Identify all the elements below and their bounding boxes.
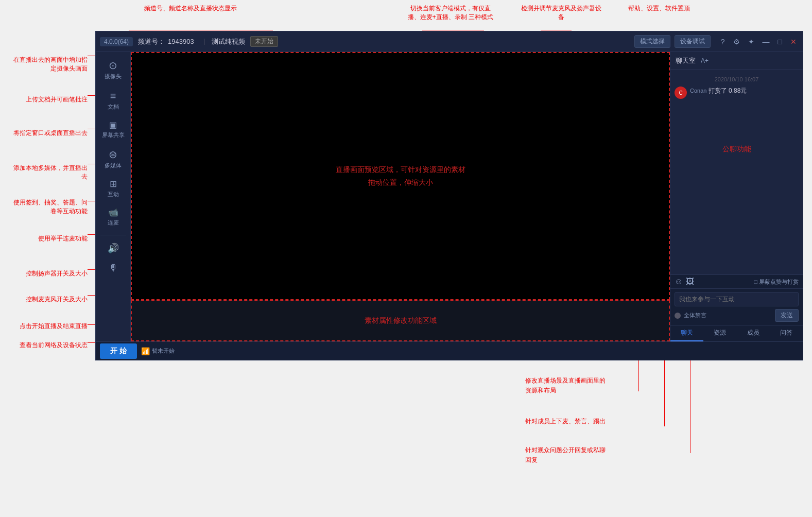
annotation-screen: 将指定窗口或桌面直播出去 bbox=[0, 129, 88, 137]
tab-qa[interactable]: 问答 bbox=[770, 325, 803, 341]
send-button[interactable]: 发送 bbox=[775, 309, 799, 322]
connect-icon: 📹 bbox=[108, 209, 118, 217]
ann-v-line-member bbox=[664, 360, 665, 421]
message-action: 打赏了 0.88元 bbox=[709, 87, 747, 94]
ann-line-member-v bbox=[664, 421, 665, 426]
chat-emoji-row: ☺ 🖼 □ 屏蔽点赞与打赏 bbox=[670, 274, 803, 288]
ann-line-qa-v bbox=[690, 448, 690, 453]
sidebar: ⊙ 摄像头 ≡ 文档 ▣ 屏幕共享 ⊛ 多媒体 ⊞ 互动 bbox=[96, 52, 131, 341]
sidebar-item-mic[interactable]: 🎙 bbox=[98, 259, 129, 277]
ann-line-scene-v bbox=[638, 386, 639, 391]
title-bar: 4.0.0(64) 频道号： 1943903 ｜ 测试纯视频 未开始 模式选择 … bbox=[96, 31, 803, 52]
camera-label: 摄像头 bbox=[105, 73, 122, 80]
tab-chat[interactable]: 聊天 bbox=[670, 325, 703, 341]
bottom-bar: 开 始 📶 暂未开始 bbox=[96, 341, 803, 360]
pin-icon[interactable]: ✦ bbox=[746, 37, 756, 47]
material-area: 素材属性修改功能区域 bbox=[131, 300, 670, 341]
chat-input-area: 全体禁言 发送 bbox=[670, 288, 803, 325]
settings-icon[interactable]: ⚙ bbox=[731, 37, 742, 47]
camera-icon: ⊙ bbox=[109, 60, 117, 71]
media-icon: ⊛ bbox=[109, 149, 117, 160]
mute-indicator bbox=[675, 313, 681, 319]
annotation-audience-qa: 针对观众问题公开回复或私聊 回复 bbox=[525, 445, 606, 465]
ann-line-device bbox=[541, 30, 572, 30]
annotation-media: 添加本地多媒体，并直播出 去 bbox=[0, 164, 88, 181]
material-label: 素材属性修改功能区域 bbox=[365, 316, 437, 325]
tab-resource[interactable]: 资源 bbox=[703, 325, 736, 341]
ann-line-mode bbox=[422, 30, 484, 30]
network-text: 暂未开始 bbox=[152, 347, 175, 355]
annotation-interact: 使用签到、抽奖、答题、问 卷等互动功能 bbox=[0, 198, 88, 216]
interact-label: 互动 bbox=[108, 191, 119, 198]
ann-v-line-qa bbox=[690, 360, 690, 448]
emoji-button[interactable]: ☺ bbox=[675, 277, 683, 286]
mode-select-button[interactable]: 模式选择 bbox=[634, 35, 670, 48]
screen-icon: ▣ bbox=[109, 121, 117, 129]
sidebar-item-speaker[interactable]: 🔊 bbox=[98, 239, 129, 257]
start-button[interactable]: 开 始 bbox=[100, 343, 137, 359]
screen-label: 屏幕共享 bbox=[102, 131, 125, 139]
preview-label-line1: 直播画面预览区域，可针对资源里的素材 bbox=[336, 163, 465, 176]
annotation-network: 查看当前网络及设备状态 bbox=[0, 341, 88, 350]
sidebar-divider-1 bbox=[100, 235, 126, 235]
sidebar-item-camera[interactable]: ⊙ 摄像头 bbox=[98, 56, 129, 84]
annotation-device-debug: 检测并调节麦克风及扬声器设备 bbox=[520, 4, 602, 22]
chat-header: 聊天室 A+ bbox=[670, 52, 803, 70]
chat-font-button[interactable]: A+ bbox=[701, 57, 709, 64]
message-content-area: Conan 打赏了 0.88元 bbox=[690, 87, 747, 95]
device-debug-button[interactable]: 设备调试 bbox=[675, 35, 711, 48]
sidebar-item-document[interactable]: ≡ 文档 bbox=[98, 87, 129, 115]
chat-actions-row: 全体禁言 发送 bbox=[675, 309, 799, 322]
chat-tabs: 聊天 资源 成员 问答 bbox=[670, 325, 803, 341]
sidebar-item-media[interactable]: ⊛ 多媒体 bbox=[98, 145, 129, 174]
annotation-help-settings: 帮助、设置、软件置顶 bbox=[628, 4, 690, 13]
hide-praise-label: □ 屏蔽点赞与打赏 bbox=[754, 278, 799, 286]
public-func-label: 公聊功能 bbox=[722, 145, 751, 154]
media-label: 多媒体 bbox=[105, 162, 122, 169]
sidebar-item-screen[interactable]: ▣ 屏幕共享 bbox=[98, 117, 129, 143]
network-status: 📶 暂未开始 bbox=[141, 347, 175, 355]
chat-message: C Conan 打赏了 0.88元 bbox=[675, 87, 799, 99]
chat-input[interactable] bbox=[675, 292, 799, 306]
chat-timestamp: 2020/10/10 16:07 bbox=[675, 76, 799, 82]
sidebar-item-interact[interactable]: ⊞ 互动 bbox=[98, 176, 129, 202]
mic-icon: 🎙 bbox=[109, 263, 118, 272]
interact-icon: ⊞ bbox=[110, 180, 117, 188]
message-sender: Conan bbox=[690, 88, 706, 94]
document-label: 文档 bbox=[108, 103, 119, 111]
help-icon[interactable]: ? bbox=[719, 37, 727, 47]
annotation-speaker: 控制扬声器开关及大小 bbox=[0, 269, 88, 278]
tab-members[interactable]: 成员 bbox=[737, 325, 770, 341]
annotation-connect: 使用举手连麦功能 bbox=[0, 234, 88, 243]
sidebar-item-connect[interactable]: 📹 连麦 bbox=[98, 204, 129, 231]
preview-label: 直播画面预览区域，可针对资源里的素材 拖动位置，伸缩大小 bbox=[336, 163, 465, 189]
stream-name: 测试纯视频 bbox=[212, 37, 245, 46]
title-separator-1: ｜ bbox=[201, 37, 208, 46]
annotation-scene-resource: 修改直播场景及直播画面里的 资源和布局 bbox=[525, 376, 606, 395]
maximize-icon[interactable]: □ bbox=[776, 37, 784, 47]
annotation-mode-select: 切换当前客户端模式，有仅直 播、连麦+直播、录制 三种模式 bbox=[407, 4, 494, 22]
channel-label: 频道号： bbox=[138, 37, 165, 46]
center-area: 直播画面预览区域，可针对资源里的素材 拖动位置，伸缩大小 素材属性修改功能区域 bbox=[131, 52, 670, 341]
window-controls: ? ⚙ ✦ — □ ✕ bbox=[719, 37, 799, 47]
annotation-start: 点击开始直播及结束直播 bbox=[0, 322, 88, 331]
minimize-icon[interactable]: — bbox=[761, 37, 772, 47]
speaker-icon: 🔊 bbox=[108, 244, 119, 253]
annotation-channel-info: 频道号、频道名称及直播状态显示 bbox=[144, 4, 237, 13]
ann-v-line-scene bbox=[638, 360, 639, 386]
network-bars-icon: 📶 bbox=[141, 347, 150, 355]
mute-label: 全体禁言 bbox=[684, 312, 706, 319]
status-badge: 未开始 bbox=[250, 36, 278, 47]
channel-id: 1943903 bbox=[168, 38, 194, 45]
annotation-camera: 在直播出去的画面中增加指 定摄像头画面 bbox=[0, 56, 88, 73]
annotation-member-mgmt: 针对成员上下麦、禁言、踢出 bbox=[525, 417, 606, 426]
image-button[interactable]: 🖼 bbox=[686, 277, 694, 286]
document-icon: ≡ bbox=[110, 91, 116, 101]
preview-area: 直播画面预览区域，可针对资源里的素材 拖动位置，伸缩大小 bbox=[131, 52, 670, 300]
public-func-area: 公聊功能 bbox=[675, 103, 799, 196]
preview-label-line2: 拖动位置，伸缩大小 bbox=[336, 176, 465, 189]
chat-title: 聊天室 bbox=[676, 56, 696, 65]
ann-line-channel bbox=[129, 30, 273, 30]
close-icon[interactable]: ✕ bbox=[788, 37, 799, 47]
message-avatar: C bbox=[675, 87, 687, 99]
